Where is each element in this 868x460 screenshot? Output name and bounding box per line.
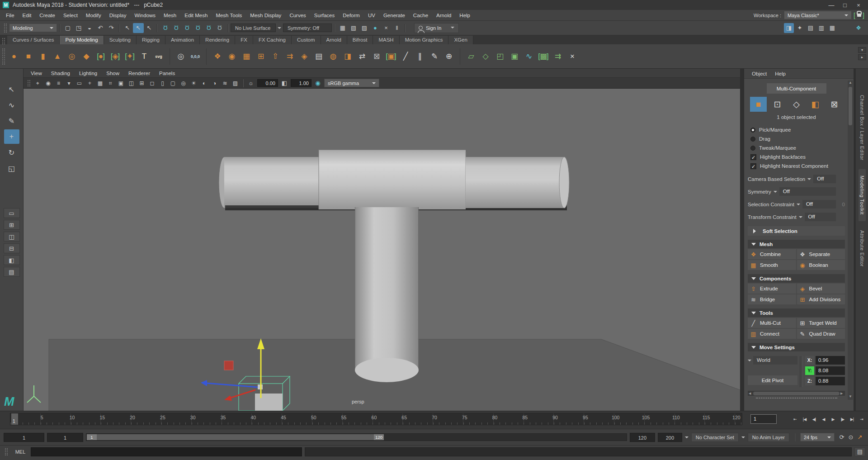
isolate-select-icon[interactable]: ◎	[178, 79, 189, 88]
snap-point-icon[interactable]: Ω	[182, 23, 193, 33]
viewport-menu-item[interactable]: Lighting	[75, 71, 102, 76]
new-scene-icon[interactable]: ▢	[62, 23, 73, 33]
layout-two-pane-side-button[interactable]: ◫	[4, 232, 20, 242]
redo-icon[interactable]: ↷	[106, 23, 117, 33]
menu-item[interactable]: Select	[59, 13, 82, 18]
two-d-pan-zoom-icon[interactable]: +	[85, 79, 95, 88]
range-slider-bar[interactable]: 1 120	[87, 434, 384, 440]
character-set-button[interactable]: No Character Set	[691, 433, 739, 442]
coordinate-field[interactable]: 8.08	[816, 366, 845, 375]
uv-mode-icon[interactable]: ⊠	[826, 97, 843, 112]
play-forwards-button[interactable]: ▶	[829, 414, 837, 425]
chevron-down-icon[interactable]	[807, 178, 811, 182]
uv-editor-icon[interactable]: ▩	[537, 49, 550, 64]
chevron-down-icon[interactable]	[748, 360, 751, 363]
exposure-field[interactable]: 0.00	[257, 79, 278, 87]
snap-to-origin-icon[interactable]: 0,0,0	[189, 49, 202, 64]
separate-shelf-icon[interactable]: ⇉	[283, 49, 297, 64]
quadrangulate-shelf-icon[interactable]: ▣	[384, 49, 398, 64]
selector-value[interactable]: Off	[805, 213, 836, 221]
open-scene-icon[interactable]: ◳	[73, 23, 84, 33]
manipulator-plane-handle[interactable]	[224, 361, 233, 370]
multi-cut-button[interactable]: ╱Multi-Cut	[748, 318, 796, 328]
svg-tool-icon[interactable]: svg	[152, 49, 165, 64]
radio-option[interactable]: Drag	[748, 134, 845, 143]
vertex-mode-icon[interactable]: ⊡	[769, 97, 786, 112]
poly-torus-icon[interactable]: ◎	[65, 49, 79, 64]
poly-sphere-icon[interactable]: ●	[7, 49, 21, 64]
crease-tool-icon[interactable]: ∿	[522, 49, 536, 64]
anti-alias-icon[interactable]: ▨	[230, 79, 241, 88]
poly-disc-icon[interactable]: ●	[94, 49, 108, 64]
components-section-header[interactable]: Components	[748, 274, 845, 283]
bridge-button[interactable]: ≋Bridge	[748, 294, 796, 304]
script-editor-icon[interactable]: ▤	[854, 447, 865, 456]
bookmarks-icon[interactable]: ▾	[64, 79, 74, 88]
panel-drag-handle[interactable]	[28, 80, 30, 86]
render-settings-icon[interactable]: ▨	[359, 23, 370, 33]
panel-vertical-scrollbar[interactable]: ▲ ▼	[848, 81, 853, 400]
shelf-tab[interactable]: FX	[235, 36, 253, 44]
tools-section-header[interactable]: Tools	[748, 308, 845, 317]
menu-item[interactable]: Mesh	[160, 13, 180, 18]
uv-planar-projection-icon[interactable]: ▱	[464, 49, 478, 64]
sidebar-tab[interactable]: Channel Box / Layer Editor	[859, 89, 865, 166]
snap-grid-icon[interactable]: Ω	[160, 23, 171, 33]
scroll-left-icon[interactable]: ◀	[749, 392, 752, 395]
panel-drag-handle[interactable]	[5, 448, 8, 455]
layout-persp-graph-button[interactable]: ▤	[4, 267, 20, 277]
flip-shelf-icon[interactable]: ⇄	[355, 49, 369, 64]
shelf-tab[interactable]: FX Caching	[253, 36, 292, 44]
playback-loop-icon[interactable]: ⟳	[837, 433, 846, 442]
menu-set-dropdown[interactable]: Modeling	[9, 24, 57, 32]
poly-plane-icon[interactable]: ◆	[80, 49, 93, 64]
selector-value[interactable]: Off	[802, 200, 836, 209]
panel-drag-handle[interactable]	[4, 24, 7, 33]
panel-menu-item[interactable]: Help	[773, 71, 788, 76]
panel-drag-handle[interactable]	[2, 48, 5, 65]
splitter-handle[interactable]	[800, 356, 803, 387]
contrast-field[interactable]: 1.00	[291, 79, 311, 87]
quad-draw-button[interactable]: ✎Quad Draw	[797, 329, 845, 339]
minimize-button[interactable]: —	[825, 0, 838, 9]
viewport-menu-item[interactable]: Show	[102, 71, 124, 76]
poly-cone-icon[interactable]: ▲	[51, 49, 64, 64]
select-hierarchy-icon[interactable]: ↖	[122, 23, 133, 33]
smooth-button[interactable]: ▦Smooth	[748, 260, 796, 270]
select-object-icon[interactable]: ↖	[133, 23, 144, 33]
menu-item[interactable]: UV	[364, 13, 379, 18]
go-to-start-button[interactable]: ⇤	[791, 414, 799, 425]
command-language-label[interactable]: MEL	[13, 449, 28, 455]
poly-platonic-icon[interactable]: ◈	[108, 49, 122, 64]
ambient-occlusion-icon[interactable]: ◑	[209, 79, 220, 88]
3d-viewport[interactable]: persp	[24, 89, 740, 411]
menu-item[interactable]: Generate	[379, 13, 409, 18]
field-chart-icon[interactable]: ⊞	[137, 79, 147, 88]
hud-toggle-icon[interactable]: ❖	[854, 24, 863, 31]
poly-cube-icon[interactable]: ■	[22, 49, 35, 64]
poly-cylinder-icon[interactable]: ▮	[36, 49, 50, 64]
maximize-button[interactable]: □	[838, 0, 852, 9]
multi-cut-shelf-icon[interactable]: ╱	[399, 49, 412, 64]
object-mode-icon[interactable]: ■	[750, 97, 767, 112]
image-plane-icon[interactable]: ▭	[74, 79, 85, 88]
lasso-tool[interactable]: ∿	[4, 98, 19, 112]
shelf-tab[interactable]: Poly Modeling	[60, 36, 104, 44]
lock-camera-icon[interactable]: ◉	[43, 79, 53, 88]
step-forward-key-button[interactable]: |▶	[838, 414, 847, 425]
radio-option[interactable]: Pick/Marquee	[748, 125, 845, 134]
shelf-tab[interactable]: Rendering	[200, 36, 235, 44]
panel-resize-handle[interactable]	[756, 398, 837, 398]
camera-attributes-icon[interactable]: ≡	[53, 79, 64, 88]
checkbox-option[interactable]: Highlight Backfaces	[748, 152, 845, 161]
shelf-tab[interactable]: Motion Graphics	[400, 36, 449, 44]
combine-button[interactable]: ❖Combine	[748, 249, 796, 259]
smooth-shelf-icon[interactable]: ▦	[240, 49, 253, 64]
layout-two-pane-stacked-button[interactable]: ⊟	[4, 243, 20, 253]
shelf-tab[interactable]: Curves / Surfaces	[7, 36, 60, 44]
poly-super-shape-icon[interactable]: ✦	[123, 49, 137, 64]
chevron-down-icon[interactable]	[774, 191, 777, 194]
selector-value[interactable]: Off	[813, 175, 836, 183]
shelf-tab[interactable]: Bifrost	[347, 36, 373, 44]
menu-item[interactable]: Cache	[409, 13, 432, 18]
